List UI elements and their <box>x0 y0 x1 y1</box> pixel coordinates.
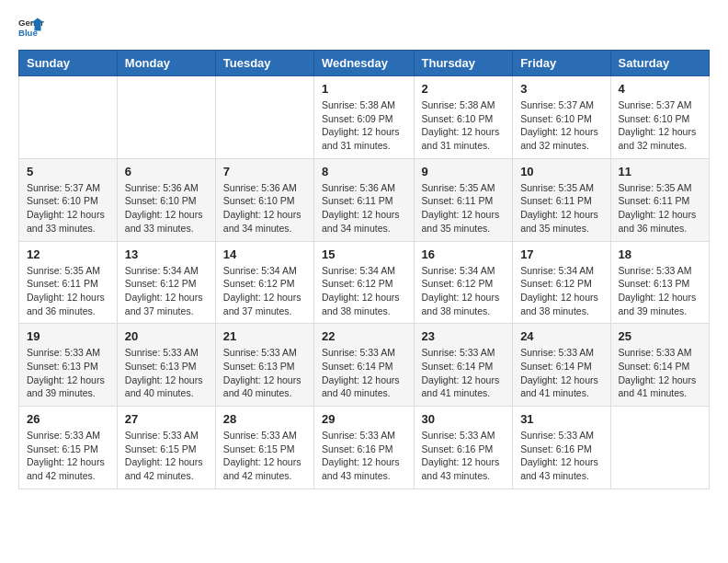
weekday-header: Monday <box>117 51 215 76</box>
day-number: 26 <box>27 412 109 426</box>
calendar-week-row: 19Sunrise: 5:33 AMSunset: 6:13 PMDayligh… <box>19 324 710 407</box>
day-info: Sunrise: 5:38 AMSunset: 6:09 PMDaylight:… <box>322 98 406 153</box>
calendar-cell: 21Sunrise: 5:33 AMSunset: 6:13 PMDayligh… <box>215 324 313 407</box>
logo: General Blue <box>18 15 44 40</box>
calendar-table: SundayMondayTuesdayWednesdayThursdayFrid… <box>18 50 710 489</box>
calendar-cell <box>19 76 118 159</box>
day-info: Sunrise: 5:36 AMSunset: 6:10 PMDaylight:… <box>223 181 306 236</box>
day-number: 30 <box>422 412 506 426</box>
calendar-cell: 18Sunrise: 5:33 AMSunset: 6:13 PMDayligh… <box>610 241 709 324</box>
weekday-header-row: SundayMondayTuesdayWednesdayThursdayFrid… <box>19 51 710 76</box>
calendar-cell: 27Sunrise: 5:33 AMSunset: 6:15 PMDayligh… <box>117 407 215 489</box>
day-number: 13 <box>125 247 208 261</box>
weekday-header: Wednesday <box>313 51 414 76</box>
day-info: Sunrise: 5:34 AMSunset: 6:12 PMDaylight:… <box>422 264 506 318</box>
calendar-cell: 7Sunrise: 5:36 AMSunset: 6:10 PMDaylight… <box>215 158 313 241</box>
day-number: 20 <box>125 329 208 343</box>
calendar-cell: 6Sunrise: 5:36 AMSunset: 6:10 PMDaylight… <box>117 158 215 241</box>
weekday-header: Friday <box>513 51 610 76</box>
day-number: 17 <box>520 247 602 261</box>
day-info: Sunrise: 5:35 AMSunset: 6:11 PMDaylight:… <box>619 181 701 236</box>
day-info: Sunrise: 5:33 AMSunset: 6:13 PMDaylight:… <box>125 346 208 400</box>
day-number: 3 <box>520 82 602 96</box>
calendar-cell: 14Sunrise: 5:34 AMSunset: 6:12 PMDayligh… <box>215 241 313 324</box>
day-number: 7 <box>223 165 306 178</box>
calendar-cell: 19Sunrise: 5:33 AMSunset: 6:13 PMDayligh… <box>19 324 118 407</box>
calendar-cell: 3Sunrise: 5:37 AMSunset: 6:10 PMDaylight… <box>513 76 610 159</box>
calendar-cell: 10Sunrise: 5:35 AMSunset: 6:11 PMDayligh… <box>513 158 610 241</box>
day-number: 29 <box>322 412 406 426</box>
calendar-cell: 22Sunrise: 5:33 AMSunset: 6:14 PMDayligh… <box>313 324 414 407</box>
calendar-cell: 11Sunrise: 5:35 AMSunset: 6:11 PMDayligh… <box>610 158 709 241</box>
weekday-header: Tuesday <box>215 51 313 76</box>
calendar-cell <box>610 407 709 489</box>
day-number: 10 <box>520 165 602 178</box>
day-info: Sunrise: 5:34 AMSunset: 6:12 PMDaylight:… <box>520 264 602 318</box>
calendar-cell: 25Sunrise: 5:33 AMSunset: 6:14 PMDayligh… <box>610 324 709 407</box>
calendar-cell: 30Sunrise: 5:33 AMSunset: 6:16 PMDayligh… <box>414 407 513 489</box>
day-info: Sunrise: 5:34 AMSunset: 6:12 PMDaylight:… <box>322 264 406 318</box>
calendar-cell <box>117 76 215 159</box>
calendar-week-row: 1Sunrise: 5:38 AMSunset: 6:09 PMDaylight… <box>19 76 710 159</box>
calendar-cell <box>215 76 313 159</box>
calendar-cell: 1Sunrise: 5:38 AMSunset: 6:09 PMDaylight… <box>313 76 414 159</box>
day-info: Sunrise: 5:34 AMSunset: 6:12 PMDaylight:… <box>125 264 208 318</box>
day-number: 11 <box>619 165 701 178</box>
day-info: Sunrise: 5:37 AMSunset: 6:10 PMDaylight:… <box>619 98 701 153</box>
day-info: Sunrise: 5:35 AMSunset: 6:11 PMDaylight:… <box>27 264 109 318</box>
day-number: 31 <box>520 412 602 426</box>
calendar-cell: 26Sunrise: 5:33 AMSunset: 6:15 PMDayligh… <box>19 407 118 489</box>
calendar-cell: 4Sunrise: 5:37 AMSunset: 6:10 PMDaylight… <box>610 76 709 159</box>
weekday-header: Thursday <box>414 51 513 76</box>
day-number: 27 <box>125 412 208 426</box>
calendar-week-row: 26Sunrise: 5:33 AMSunset: 6:15 PMDayligh… <box>19 407 710 489</box>
calendar-cell: 17Sunrise: 5:34 AMSunset: 6:12 PMDayligh… <box>513 241 610 324</box>
day-number: 22 <box>322 329 406 343</box>
day-number: 8 <box>322 165 406 178</box>
day-number: 23 <box>422 329 506 343</box>
day-info: Sunrise: 5:36 AMSunset: 6:11 PMDaylight:… <box>322 181 406 236</box>
day-number: 19 <box>27 329 109 343</box>
day-number: 18 <box>619 247 701 261</box>
day-info: Sunrise: 5:33 AMSunset: 6:14 PMDaylight:… <box>322 346 406 400</box>
logo-icon: General Blue <box>18 15 44 40</box>
day-info: Sunrise: 5:33 AMSunset: 6:16 PMDaylight:… <box>322 429 406 483</box>
day-info: Sunrise: 5:33 AMSunset: 6:15 PMDaylight:… <box>223 429 306 483</box>
day-info: Sunrise: 5:38 AMSunset: 6:10 PMDaylight:… <box>422 98 506 153</box>
day-number: 5 <box>27 165 109 178</box>
calendar-cell: 23Sunrise: 5:33 AMSunset: 6:14 PMDayligh… <box>414 324 513 407</box>
calendar-cell: 8Sunrise: 5:36 AMSunset: 6:11 PMDaylight… <box>313 158 414 241</box>
calendar-cell: 2Sunrise: 5:38 AMSunset: 6:10 PMDaylight… <box>414 76 513 159</box>
day-info: Sunrise: 5:33 AMSunset: 6:14 PMDaylight:… <box>422 346 506 400</box>
calendar-cell: 16Sunrise: 5:34 AMSunset: 6:12 PMDayligh… <box>414 241 513 324</box>
day-info: Sunrise: 5:33 AMSunset: 6:13 PMDaylight:… <box>619 264 701 318</box>
weekday-header: Saturday <box>610 51 709 76</box>
day-info: Sunrise: 5:33 AMSunset: 6:13 PMDaylight:… <box>223 346 306 400</box>
day-info: Sunrise: 5:36 AMSunset: 6:10 PMDaylight:… <box>125 181 208 236</box>
day-number: 2 <box>422 82 506 96</box>
calendar-cell: 28Sunrise: 5:33 AMSunset: 6:15 PMDayligh… <box>215 407 313 489</box>
day-number: 24 <box>520 329 602 343</box>
calendar-cell: 29Sunrise: 5:33 AMSunset: 6:16 PMDayligh… <box>313 407 414 489</box>
calendar-week-row: 12Sunrise: 5:35 AMSunset: 6:11 PMDayligh… <box>19 241 710 324</box>
day-info: Sunrise: 5:33 AMSunset: 6:14 PMDaylight:… <box>619 346 701 400</box>
calendar-cell: 9Sunrise: 5:35 AMSunset: 6:11 PMDaylight… <box>414 158 513 241</box>
calendar-cell: 5Sunrise: 5:37 AMSunset: 6:10 PMDaylight… <box>19 158 118 241</box>
day-info: Sunrise: 5:33 AMSunset: 6:16 PMDaylight:… <box>520 429 602 483</box>
day-number: 9 <box>422 165 506 178</box>
day-info: Sunrise: 5:35 AMSunset: 6:11 PMDaylight:… <box>520 181 602 236</box>
calendar-cell: 15Sunrise: 5:34 AMSunset: 6:12 PMDayligh… <box>313 241 414 324</box>
day-info: Sunrise: 5:33 AMSunset: 6:16 PMDaylight:… <box>422 429 506 483</box>
day-number: 1 <box>322 82 406 96</box>
weekday-header: Sunday <box>19 51 118 76</box>
day-number: 4 <box>619 82 701 96</box>
day-info: Sunrise: 5:35 AMSunset: 6:11 PMDaylight:… <box>422 181 506 236</box>
day-info: Sunrise: 5:33 AMSunset: 6:14 PMDaylight:… <box>520 346 602 400</box>
day-number: 15 <box>322 247 406 261</box>
day-number: 16 <box>422 247 506 261</box>
day-info: Sunrise: 5:37 AMSunset: 6:10 PMDaylight:… <box>520 98 602 153</box>
day-info: Sunrise: 5:33 AMSunset: 6:13 PMDaylight:… <box>27 346 109 400</box>
calendar-cell: 24Sunrise: 5:33 AMSunset: 6:14 PMDayligh… <box>513 324 610 407</box>
calendar-cell: 31Sunrise: 5:33 AMSunset: 6:16 PMDayligh… <box>513 407 610 489</box>
day-number: 6 <box>125 165 208 178</box>
